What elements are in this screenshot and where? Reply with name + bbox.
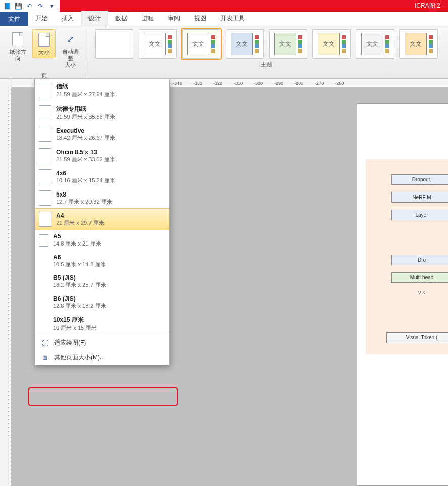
page-size-name: A6 <box>53 254 164 261</box>
qat-more-button[interactable]: ▾ <box>47 1 57 11</box>
file-tab[interactable]: 文件 <box>0 12 28 26</box>
page-size-dim: 18.2 厘米 x 25.7 厘米 <box>53 281 164 289</box>
page-thumb-icon <box>39 148 51 163</box>
page-size-item[interactable]: Oficio 8.5 x 1321.59 厘米 x 33.02 厘米 <box>35 145 169 166</box>
theme-item-4[interactable]: 文文 <box>226 29 264 59</box>
size-button[interactable]: 大小 <box>32 29 56 58</box>
diagram: Dropout, NeRF M Layer Dro Multi-head V K… <box>366 159 448 354</box>
page-size-dim: 18.42 厘米 x 26.67 厘米 <box>56 134 164 142</box>
tab-view[interactable]: 视图 <box>187 11 213 26</box>
page-icon: 🗎 <box>41 354 49 362</box>
page-size-dim: 21.59 厘米 x 27.94 厘米 <box>56 91 164 99</box>
page-size-item[interactable]: 4x610.16 厘米 x 15.24 厘米 <box>35 166 169 187</box>
title-bar: 📘 💾 ↶ ↷ ▾ ICRA图:2 - <box>0 0 448 12</box>
theme-item-8[interactable]: 文文 <box>399 29 438 59</box>
page-size-dim: 10.5 厘米 x 14.8 厘米 <box>53 261 164 268</box>
app-icon[interactable]: 📘 <box>2 1 12 11</box>
tab-devtools[interactable]: 开发工具 <box>213 11 252 26</box>
theme-item-1[interactable] <box>95 29 133 59</box>
page-size-item[interactable]: A421 厘米 x 29.7 厘米 <box>35 208 169 230</box>
page-thumb-icon <box>39 169 51 184</box>
page-size-item[interactable]: Executive18.42 厘米 x 26.67 厘米 <box>35 124 169 145</box>
annotation-highlight <box>28 387 178 406</box>
page-size-name: A5 <box>53 233 164 240</box>
tab-insert[interactable]: 插入 <box>55 11 81 26</box>
page-size-list[interactable]: 信纸21.59 厘米 x 27.94 厘米法律专用纸21.59 厘米 x 35.… <box>35 79 169 335</box>
undo-button[interactable]: ↶ <box>24 1 34 11</box>
page-icon <box>12 32 23 46</box>
main-area: -350-340-330-320-310-300-290-280-270-260… <box>0 79 448 486</box>
page-setup-group: 纸张方向 大小 ⤢ 自动调整 大小 页 <box>3 28 85 77</box>
autosize-icon: ⤢ <box>64 33 77 46</box>
tab-home[interactable]: 开始 <box>28 11 55 26</box>
save-button[interactable]: 💾 <box>13 1 23 11</box>
vertical-ruler <box>0 79 11 486</box>
diagram-block-nerf: NeRF M <box>391 192 448 203</box>
diagram-block-layer: Layer <box>391 210 448 220</box>
page-size-dim: 21 厘米 x 29.7 厘米 <box>56 219 164 227</box>
page-thumb-icon <box>39 127 51 142</box>
redo-button[interactable]: ↷ <box>35 1 46 11</box>
page-size-dim: 12.7 厘米 x 20.32 厘米 <box>56 198 164 206</box>
page-size-dim: 21.59 厘米 x 33.02 厘米 <box>56 156 164 163</box>
more-page-sizes-item[interactable]: 🗎 其他页面大小(M)... <box>35 350 169 365</box>
theme-item-6[interactable]: 文文 <box>312 29 351 59</box>
page-thumb-icon <box>39 83 51 98</box>
page-size-name: A4 <box>56 212 164 219</box>
page-size-item[interactable]: 5x812.7 厘米 x 20.32 厘米 <box>35 187 169 209</box>
theme-item-2[interactable]: 文文 <box>139 29 177 59</box>
page-size-name: Executive <box>56 127 164 134</box>
fit-to-drawing-item[interactable]: ⛶ 适应绘图(F) <box>35 335 169 350</box>
more-page-sizes-label: 其他页面大小(M)... <box>54 353 105 362</box>
page-size-item[interactable]: 法律专用纸21.59 厘米 x 35.56 厘米 <box>35 102 169 124</box>
page-size-item[interactable]: A514.8 厘米 x 21 厘米 <box>35 230 169 251</box>
diagram-block-dro: Dro <box>391 255 448 265</box>
page-size-dim: 21.59 厘米 x 35.56 厘米 <box>56 113 164 121</box>
page-thumb-icon <box>39 105 51 120</box>
page-size-name: 信纸 <box>56 82 164 91</box>
page-thumb-icon <box>39 212 51 227</box>
ribbon-tabs: 文件 开始 插入 设计 数据 进程 审阅 视图 开发工具 <box>0 12 448 26</box>
page-size-menu: 信纸21.59 厘米 x 27.94 厘米法律专用纸21.59 厘米 x 35.… <box>34 79 170 365</box>
diagram-vk-label: V K <box>370 290 448 295</box>
page-size-item[interactable]: 10x15 厘米10 厘米 x 15 厘米 <box>35 313 169 335</box>
autosize-button[interactable]: ⤢ 自动调整 大小 <box>59 29 82 71</box>
drawing-page[interactable]: Dropout, NeRF M Layer Dro Multi-head V K… <box>357 103 448 486</box>
autosize-label: 自动调整 大小 <box>60 48 81 69</box>
theme-item-5[interactable]: 文文 <box>269 29 307 59</box>
theme-item-7[interactable]: 文文 <box>356 29 394 59</box>
title-text: ICRA图:2 - <box>60 0 448 12</box>
fit-icon: ⛶ <box>41 339 49 347</box>
page-size-name: Oficio 8.5 x 13 <box>56 149 164 156</box>
page-size-name: 5x8 <box>56 191 164 198</box>
page-size-dim: 10 厘米 x 15 厘米 <box>53 324 164 332</box>
ribbon: 纸张方向 大小 ⤢ 自动调整 大小 页 文文 文文 文 <box>0 26 448 79</box>
page-thumb-icon <box>39 234 48 247</box>
page-thumb-icon <box>39 190 51 206</box>
page-size-name: B6 (JIS) <box>53 295 164 302</box>
page-size-item[interactable]: A610.5 厘米 x 14.8 厘米 <box>35 251 169 271</box>
page-size-name: 10x15 厘米 <box>53 316 164 324</box>
tab-process[interactable]: 进程 <box>135 11 161 26</box>
diagram-block-multihead: Multi-head <box>391 272 448 283</box>
tab-review[interactable]: 审阅 <box>161 11 187 26</box>
page-size-dim: 10.16 厘米 x 15.24 厘米 <box>56 177 164 184</box>
diagram-block-visual-token: Visual Token ( <box>386 332 448 343</box>
page-size-item[interactable]: B6 (JIS)12.8 厘米 x 18.2 厘米 <box>35 292 169 313</box>
canvas[interactable]: -350-340-330-320-310-300-290-280-270-260… <box>11 79 448 486</box>
orientation-button[interactable]: 纸张方向 <box>6 29 29 64</box>
diagram-block-dropout: Dropout, <box>391 174 448 185</box>
page-icon <box>38 33 50 47</box>
page-size-item[interactable]: 信纸21.59 厘米 x 27.94 厘米 <box>35 79 169 102</box>
theme-group: 文文 文文 文文 文文 文文 文文 <box>87 28 445 77</box>
theme-item-3[interactable]: 文文 <box>182 29 220 59</box>
page-size-item[interactable]: B5 (JIS)18.2 厘米 x 25.7 厘米 <box>35 271 169 292</box>
page-size-name: 法律专用纸 <box>56 105 164 113</box>
tab-data[interactable]: 数据 <box>108 11 135 26</box>
page-size-dim: 12.8 厘米 x 18.2 厘米 <box>53 302 164 310</box>
page-size-dim: 14.8 厘米 x 21 厘米 <box>53 240 164 248</box>
tab-design[interactable]: 设计 <box>81 11 108 26</box>
orientation-label: 纸张方向 <box>7 48 28 62</box>
page-size-name: B5 (JIS) <box>53 274 164 281</box>
fit-to-drawing-label: 适应绘图(F) <box>54 338 86 347</box>
